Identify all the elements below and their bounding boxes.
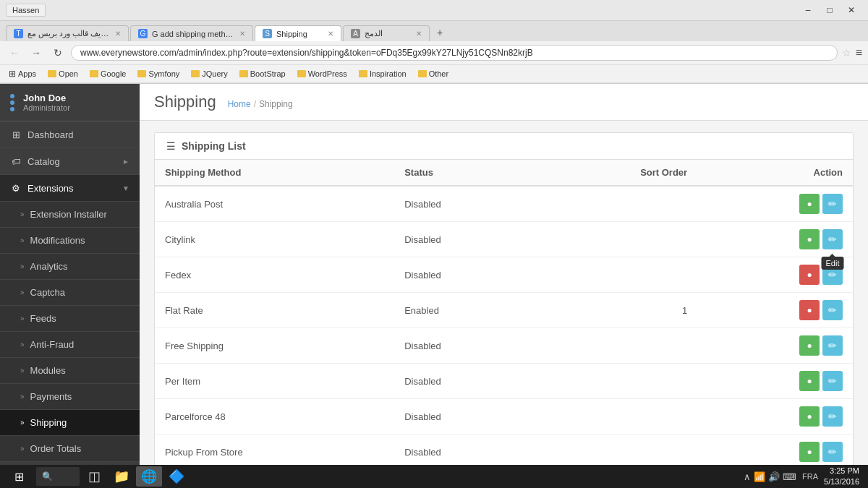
sidebar-item-extensions[interactable]: ⚙ Extensions ▼ xyxy=(0,175,140,202)
taskbar-item-explorer[interactable]: 📁 xyxy=(109,466,135,487)
tray-up-arrow[interactable]: ∧ xyxy=(744,471,751,482)
status-toggle-button[interactable]: ● xyxy=(799,335,820,356)
address-bar[interactable]: www.everynewstore.com/admin/index.php?ro… xyxy=(71,45,838,61)
method-cell: Flat Rate xyxy=(155,293,394,328)
sidebar-item-order-totals[interactable]: » Order Totals xyxy=(0,436,140,462)
sidebar-item-modifications[interactable]: » Modifications xyxy=(0,228,140,254)
taskbar-item-chrome[interactable]: 🌐 xyxy=(136,466,162,487)
sidebar-item-extension-installer[interactable]: » Extension Installer xyxy=(0,202,140,228)
start-button[interactable]: ⊞ xyxy=(3,466,35,487)
bookmark-star[interactable]: ☆ xyxy=(842,47,851,59)
sidebar-user: John Doe Administrator xyxy=(0,84,140,121)
status-toggle-button[interactable]: ● xyxy=(799,194,820,214)
minimize-button[interactable]: – xyxy=(797,3,819,17)
sidebar-item-modules[interactable]: » Modules xyxy=(0,358,140,384)
menu-icon[interactable]: ≡ xyxy=(856,46,862,59)
folder-icon xyxy=(90,70,98,77)
edit-button[interactable]: ✏ xyxy=(822,442,843,462)
page-header: Shipping Home / Shipping xyxy=(140,84,868,121)
bullet-icon: » xyxy=(20,314,25,322)
sidebar-item-shipping[interactable]: » Shipping xyxy=(0,410,140,436)
catalog-arrow: ► xyxy=(122,158,129,166)
edit-button[interactable]: ✏ xyxy=(822,406,843,427)
folder-icon xyxy=(191,70,200,77)
bookmark-open[interactable]: Open xyxy=(45,68,81,80)
col-sort-order: Sort Order xyxy=(533,160,697,186)
status-cell: Disabled xyxy=(394,328,533,364)
bullet-icon: » xyxy=(20,236,25,244)
browser-tab-2[interactable]: G G add shipping method op... ✕ xyxy=(130,25,253,41)
new-tab-button[interactable]: + xyxy=(431,24,448,41)
tab3-close[interactable]: ✕ xyxy=(328,30,333,38)
content-area: ☰ Shipping List Shipping Method Status S… xyxy=(140,121,868,488)
bookmark-google[interactable]: Google xyxy=(87,68,129,80)
breadcrumb-home[interactable]: Home xyxy=(228,99,251,109)
status-cell: Disabled xyxy=(394,257,533,293)
tray-speaker-icon[interactable]: 🔊 xyxy=(768,471,780,482)
breadcrumb: Home / Shipping xyxy=(228,99,293,109)
breadcrumb-sep: / xyxy=(254,99,256,109)
browser-tab-1[interactable]: T تعريف قالب ورد بريس مع ✕ xyxy=(6,25,129,41)
sort-order-cell xyxy=(533,364,697,399)
bullet-icon: » xyxy=(20,288,25,296)
taskbar-search[interactable]: 🔍 xyxy=(36,467,80,486)
shipping-label: Shipping xyxy=(30,417,129,428)
back-button[interactable]: ← xyxy=(6,44,23,61)
status-toggle-button[interactable]: ● xyxy=(799,371,820,391)
explorer-icon: 📁 xyxy=(114,468,129,484)
bookmark-bootstrap[interactable]: BootStrap xyxy=(237,68,289,80)
bookmark-wordpress[interactable]: WordPress xyxy=(294,68,350,80)
sidebar-item-feeds[interactable]: » Feeds xyxy=(0,306,140,332)
status-cell: Disabled xyxy=(394,222,533,257)
tab2-close[interactable]: ✕ xyxy=(239,30,245,38)
edit-button[interactable]: ✏ xyxy=(822,194,843,214)
bookmark-bootstrap-label: BootStrap xyxy=(250,69,286,78)
edit-button[interactable]: ✏ xyxy=(822,229,843,249)
sidebar-item-analytics[interactable]: » Analytics xyxy=(0,254,140,280)
extensions-arrow: ▼ xyxy=(122,184,129,192)
avatar-dot xyxy=(10,107,14,111)
hassen-button[interactable]: Hassen xyxy=(6,4,46,17)
maximize-button[interactable]: □ xyxy=(819,3,841,17)
taskbar-item-taskview[interactable]: ◫ xyxy=(81,466,107,487)
table-row: Per Item Disabled ● ✏ xyxy=(155,364,853,399)
sort-order-cell: 1 xyxy=(533,293,697,328)
bookmark-other[interactable]: Other xyxy=(415,68,452,80)
bookmark-apps[interactable]: ⊞ Apps xyxy=(6,67,39,80)
browser-tab-3[interactable]: S Shipping ✕ xyxy=(255,25,341,41)
tray-keyboard-icon[interactable]: ⌨ xyxy=(783,471,796,482)
tab4-favicon: A xyxy=(351,29,360,38)
status-toggle-button[interactable]: ● xyxy=(799,442,820,462)
sidebar-item-captcha[interactable]: » Captcha xyxy=(0,280,140,306)
modules-label: Modules xyxy=(30,365,129,376)
status-toggle-button[interactable]: ● xyxy=(799,229,820,249)
edit-button[interactable]: ✏ xyxy=(822,300,843,320)
browser-tab-4[interactable]: A الدمج ✕ xyxy=(343,25,430,41)
sidebar-item-catalog[interactable]: 🏷 Catalog ► xyxy=(0,148,140,175)
bookmark-other-label: Other xyxy=(429,69,449,78)
bookmarks-bar: ⊞ Apps Open Google Symfony JQuery BootSt… xyxy=(0,65,868,83)
edit-button[interactable]: ✏ xyxy=(822,371,843,391)
close-button[interactable]: ✕ xyxy=(841,3,862,17)
tab4-close[interactable]: ✕ xyxy=(416,30,422,38)
bookmark-symfony[interactable]: Symfony xyxy=(135,68,182,80)
sidebar-item-payments[interactable]: » Payments xyxy=(0,384,140,410)
sidebar-item-dashboard[interactable]: ⊞ Dashboard xyxy=(0,121,140,148)
refresh-button[interactable]: ↻ xyxy=(49,44,67,61)
forward-button[interactable]: → xyxy=(27,44,45,61)
dashboard-label: Dashboard xyxy=(27,129,129,140)
bookmark-jquery[interactable]: JQuery xyxy=(188,68,230,80)
tab1-close[interactable]: ✕ xyxy=(115,30,121,38)
sort-order-cell xyxy=(533,222,697,257)
panel-header: ☰ Shipping List xyxy=(155,133,853,160)
bookmark-inspiration[interactable]: Inspiration xyxy=(356,68,409,80)
language-badge: FRA xyxy=(802,472,818,481)
tray-network-icon[interactable]: 📶 xyxy=(754,471,765,482)
status-toggle-button[interactable]: ● xyxy=(799,300,820,320)
sidebar-item-anti-fraud[interactable]: » Anti-Fraud xyxy=(0,332,140,358)
status-toggle-button[interactable]: ● xyxy=(799,265,820,285)
edit-button[interactable]: ✏ xyxy=(822,335,843,356)
taskbar-item-app4[interactable]: 🔷 xyxy=(163,466,190,487)
status-toggle-button[interactable]: ● xyxy=(799,406,820,427)
folder-icon xyxy=(48,70,56,77)
